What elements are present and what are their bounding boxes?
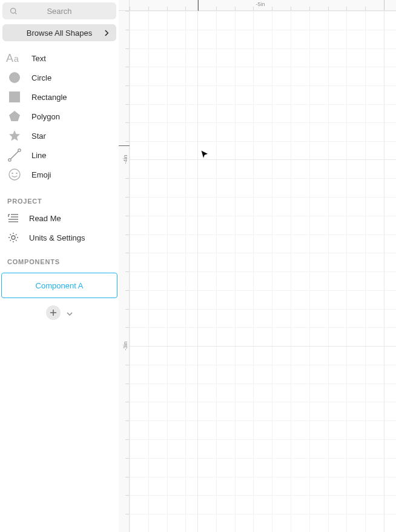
svg-point-12 [12, 173, 13, 173]
ruler-horizontal[interactable]: -5in [119, 0, 396, 11]
svg-marker-6 [9, 111, 20, 121]
rectangle-icon [6, 91, 23, 103]
readme-icon [7, 213, 19, 223]
star-icon [6, 130, 23, 142]
svg-rect-5 [9, 91, 20, 102]
cursor-pointer-icon [200, 150, 210, 159]
sidebar: Search Browse All Shapes A a Text [0, 0, 119, 532]
shape-label: Star [31, 131, 46, 141]
svg-line-1 [15, 12, 16, 13]
ruler-v-label: -4in [122, 155, 128, 164]
shape-item-text[interactable]: A a Text [0, 48, 119, 68]
svg-point-11 [9, 169, 20, 180]
line-icon [6, 148, 23, 162]
shape-item-circle[interactable]: Circle [0, 68, 119, 87]
shape-item-polygon[interactable]: Polygon [0, 107, 119, 126]
shape-label: Rectangle [31, 93, 67, 102]
ruler-h-label: -5in [256, 1, 265, 7]
add-component-row [0, 301, 119, 325]
add-component-button[interactable] [46, 305, 61, 320]
svg-point-20 [12, 236, 15, 239]
section-header-project: PROJECT [0, 187, 119, 208]
canvas-grid[interactable] [130, 11, 396, 532]
emoji-icon [6, 168, 23, 181]
search-icon [10, 7, 18, 15]
add-dropdown-button[interactable] [67, 307, 73, 318]
shapes-list: A a Text Circle Rectangle [0, 46, 119, 187]
shape-label: Circle [31, 73, 51, 82]
search-input[interactable]: Search [2, 2, 116, 19]
shape-label: Emoji [31, 170, 51, 179]
svg-point-0 [11, 8, 16, 13]
gear-icon [7, 232, 19, 243]
ruler-v-label: -3in [122, 341, 128, 350]
plus-icon [50, 309, 57, 316]
component-a[interactable]: Component A [1, 273, 117, 298]
browse-all-shapes-button[interactable]: Browse All Shapes [2, 24, 116, 41]
project-label: Units & Settings [29, 233, 85, 242]
chevron-down-icon [67, 312, 73, 316]
shape-label: Text [31, 54, 46, 63]
component-label: Component A [36, 281, 84, 290]
svg-line-8 [10, 150, 19, 160]
svg-text:a: a [14, 54, 19, 64]
ruler-cursor-indicator-v [119, 145, 130, 146]
shape-label: Line [31, 151, 47, 160]
canvas[interactable]: -5in -4in-3in [119, 0, 396, 532]
text-icon: A a [6, 52, 23, 64]
svg-marker-7 [9, 130, 20, 141]
svg-point-10 [18, 149, 21, 151]
ruler-vertical[interactable]: -4in-3in [119, 0, 130, 532]
shape-item-line[interactable]: Line [0, 145, 119, 165]
svg-text:A: A [6, 52, 13, 64]
browse-label: Browse All Shapes [27, 28, 92, 38]
ruler-corner [119, 0, 130, 11]
project-item-readme[interactable]: Read Me [0, 208, 119, 228]
svg-point-9 [8, 159, 11, 161]
search-wrap: Search [0, 0, 119, 22]
search-placeholder: Search [47, 7, 71, 16]
project-item-units-settings[interactable]: Units & Settings [0, 228, 119, 247]
polygon-icon [6, 110, 23, 122]
shape-label: Polygon [31, 112, 60, 121]
shape-item-emoji[interactable]: Emoji [0, 165, 119, 184]
circle-icon [6, 71, 23, 84]
chevron-right-icon [105, 30, 109, 36]
shape-item-star[interactable]: Star [0, 126, 119, 145]
section-header-components: COMPONENTS [0, 247, 119, 269]
svg-point-13 [16, 173, 17, 173]
svg-point-4 [9, 72, 20, 83]
ruler-cursor-indicator-h [198, 0, 199, 11]
svg-marker-23 [201, 150, 208, 159]
shape-item-rectangle[interactable]: Rectangle [0, 87, 119, 107]
project-label: Read Me [29, 214, 61, 223]
